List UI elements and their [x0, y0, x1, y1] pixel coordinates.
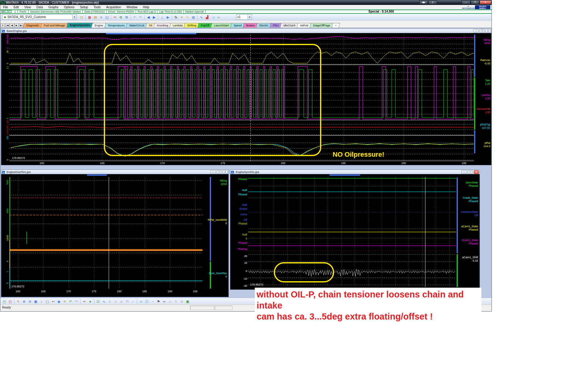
menu-setup[interactable]: Setup: [77, 5, 91, 10]
maximize-button[interactable]: ❐: [471, 0, 479, 4]
info-strip-button[interactable]: ■: [1, 10, 4, 13]
tab-launchstart[interactable]: LaunchStart: [211, 23, 232, 28]
chart-engine-overrev[interactable]: [9, 177, 202, 289]
channel-prai[interactable]: pRai144.0: [483, 141, 490, 148]
lightning-icon[interactable]: ϟ: [185, 14, 190, 20]
channel-acam1-state[interactable]: aCam1_StatePhased: [461, 225, 478, 232]
histogram-icon[interactable]: ▟: [204, 14, 210, 20]
redo-arrow-icon[interactable]: ↷: [138, 14, 143, 20]
tab-fuel-and-mileage[interactable]: Fuel and Mileage: [41, 23, 69, 28]
magnet-icon[interactable]: ∩: [113, 299, 119, 304]
prev-lap-icon[interactable]: ◀: [145, 14, 151, 20]
undo-arrow-icon[interactable]: ↶: [132, 14, 138, 20]
window-close-button[interactable]: ✕: [223, 170, 228, 174]
menu-acquisition[interactable]: Acquisition: [104, 5, 124, 10]
tab-diagnostic[interactable]: Diagnostic: [23, 23, 43, 28]
channel-prailtgt[interactable]: pRailTgt147.91: [480, 123, 490, 130]
axis-indicator-bar[interactable]: [457, 178, 458, 253]
annotate-pencil-icon[interactable]: ✎: [15, 299, 21, 304]
open-workbook-icon[interactable]: ◳: [79, 14, 85, 20]
grid-check-icon[interactable]: ☑: [95, 299, 101, 304]
channel-neng[interactable]: NEng2034: [220, 179, 227, 186]
play-icon[interactable]: ▶: [165, 14, 171, 20]
zoom-region-indicator[interactable]: [330, 174, 360, 176]
speed-combo[interactable]: x1 ▼: [236, 14, 252, 20]
axis-indicator-bar[interactable]: [474, 78, 475, 130]
brush-icon[interactable]: ✒: [81, 299, 87, 304]
menu-edit[interactable]: Edit: [11, 5, 21, 10]
window-layout-icon[interactable]: ◱: [104, 14, 110, 20]
tab-[interactable]: +: [332, 23, 340, 28]
function-fx-icon[interactable]: fx: [173, 14, 179, 20]
export-window-green-icon[interactable]: ◰: [2, 299, 7, 304]
tab-nav-button[interactable]: ◀: [10, 23, 14, 27]
axis-indicator-bar[interactable]: [457, 254, 458, 287]
point-marker-icon[interactable]: ●: [87, 299, 93, 304]
dock-left-right-button[interactable]: ◀▶: [419, 0, 428, 4]
s-curve-icon[interactable]: ∿: [101, 299, 107, 304]
step-mode-icon[interactable]: ⊓: [124, 299, 130, 304]
tab-idleclutch[interactable]: IdleClutch: [280, 23, 299, 28]
zoom-window-icon[interactable]: ▢: [44, 299, 50, 304]
menu-file[interactable]: File: [0, 5, 11, 10]
cancel-icon[interactable]: ⊘: [179, 299, 185, 304]
window-restore-button[interactable]: ❐: [217, 170, 222, 174]
tab-engine[interactable]: Engine: [91, 23, 107, 28]
tab-stageoffpage[interactable]: StageOffPage: [310, 23, 334, 28]
zoom-previous-icon[interactable]: ↩: [50, 299, 56, 304]
tab-brakes[interactable]: Brakes: [243, 23, 258, 28]
app-title-bar[interactable]: ∿ WinTAX4 - 4.76.02.89 - SKODA - CUSTOME…: [0, 0, 492, 5]
menu-data[interactable]: Data: [34, 5, 46, 10]
zoom-region-indicator[interactable]: [87, 174, 107, 176]
window-close-button[interactable]: ✕: [474, 170, 479, 174]
menu-view[interactable]: View: [21, 5, 34, 10]
channel-neng[interactable]: NEng2034: [483, 38, 490, 45]
window-restore-button[interactable]: ❐: [468, 170, 473, 174]
zoom-in-icon[interactable]: ⊕: [21, 299, 27, 304]
menu-options[interactable]: Options: [61, 5, 77, 10]
basic-engine-title-bar[interactable]: ∿ BasicEngine.gra — ❐ ✕: [1, 29, 491, 33]
copy-icon[interactable]: ⧉: [118, 14, 124, 20]
tab-nav-button[interactable]: ▶: [14, 23, 19, 27]
zoom-box-icon[interactable]: ▣: [33, 299, 39, 304]
tab-temperatures[interactable]: Temperatures: [104, 23, 128, 28]
paste-icon[interactable]: ⧉: [124, 14, 130, 20]
window-close-button[interactable]: ✕: [485, 29, 491, 33]
zoom-vertical-icon[interactable]: ↕: [39, 299, 44, 304]
link-icon[interactable]: ∞: [216, 14, 222, 20]
channel-faclamob[interactable]: FacLamOB1.00: [476, 107, 490, 114]
channel-acam1-shift[interactable]: aCam1_Shift-4.15: [462, 256, 478, 263]
axis-indicator-bar[interactable]: [474, 35, 475, 77]
channel-tam[interactable]: Tam1.24: [485, 79, 490, 86]
delta-triangle-icon[interactable]: △: [159, 14, 165, 20]
window-minimize-button[interactable]: —: [473, 29, 478, 33]
menu-tools[interactable]: Tools: [91, 5, 103, 10]
channel-syncstate[interactable]: SyncStatePhased: [466, 181, 478, 188]
info-icon[interactable]: ⓘ: [144, 299, 150, 304]
tab-enginesynchro[interactable]: EngineSynchro: [66, 23, 93, 28]
tab-nav-button[interactable]: |◀: [5, 23, 9, 27]
key-icon[interactable]: ✦: [179, 14, 185, 20]
tab-nav-button[interactable]: ▶|: [19, 23, 23, 27]
export-window-red-icon[interactable]: ◰: [7, 299, 13, 304]
list-view-icon[interactable]: ≡: [98, 14, 104, 20]
info-strip-button[interactable]: +: [9, 10, 12, 13]
channel-rpm-over8000[interactable]: RPM_over80000: [208, 218, 227, 225]
speaker-icon[interactable]: ◁: [210, 14, 216, 20]
window-minimize-button[interactable]: —: [462, 170, 467, 174]
glasses-icon[interactable]: ∞: [167, 299, 173, 304]
undo-icon[interactable]: ↶: [68, 299, 74, 304]
grid-sheet-icon[interactable]: ▦: [190, 14, 196, 20]
report-layout-icon[interactable]: ▦: [87, 14, 92, 20]
close-button[interactable]: ✕: [480, 0, 491, 4]
channel-tcam1-state[interactable]: tCam1_StatePhased: [462, 239, 478, 245]
data-table-icon[interactable]: ▤: [92, 14, 98, 20]
dock-button[interactable]: ⊏: [428, 0, 437, 4]
tab-watercircuit[interactable]: WaterCircuit: [126, 23, 148, 28]
tab-nav-button[interactable]: ✕: [1, 23, 5, 27]
menu-graphs[interactable]: Graphs: [46, 5, 61, 10]
channel-crank-state[interactable]: Crank_StatePhased: [463, 196, 478, 203]
chart-frame-icon[interactable]: ▱: [138, 299, 144, 304]
channel-lamsu[interactable]: LamSu1.00: [481, 94, 490, 100]
menu-window[interactable]: Window: [124, 5, 140, 10]
